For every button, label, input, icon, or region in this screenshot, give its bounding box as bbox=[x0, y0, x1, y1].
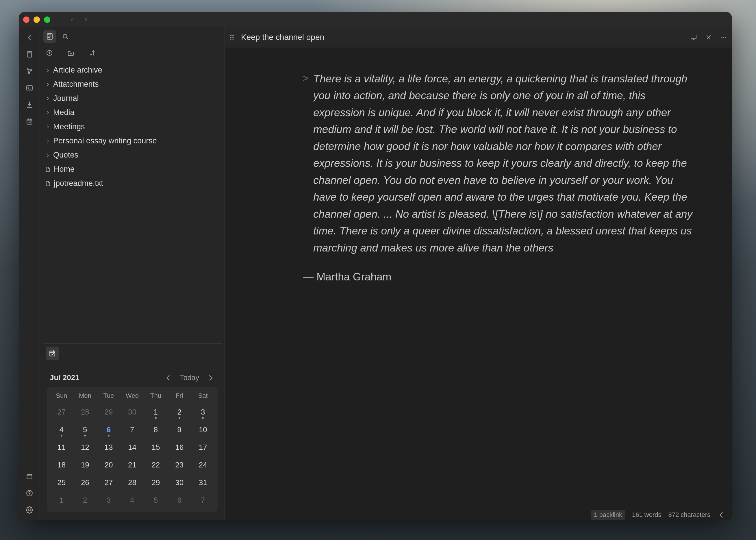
calendar-dow: Wed bbox=[120, 392, 144, 402]
calendar-pane-header bbox=[43, 343, 222, 363]
calendar-day[interactable]: 15 bbox=[144, 440, 168, 455]
calendar-month-label: Jul 2021 bbox=[50, 373, 79, 382]
calendar-day[interactable]: 30 bbox=[168, 475, 191, 490]
calendar-day[interactable]: 26 bbox=[73, 475, 97, 490]
folder-item[interactable]: Article archive bbox=[42, 63, 222, 77]
calendar-day[interactable]: 17 bbox=[191, 440, 215, 455]
file-item[interactable]: Home bbox=[42, 162, 222, 176]
folder-item[interactable]: Attatchments bbox=[42, 77, 222, 91]
note-title[interactable]: Keep the channel open bbox=[241, 33, 324, 42]
calendar-day[interactable]: 5 bbox=[73, 422, 97, 437]
quick-switcher-icon[interactable] bbox=[23, 48, 36, 61]
calendar-day[interactable]: 5 bbox=[144, 493, 168, 508]
more-options-icon[interactable] bbox=[718, 32, 729, 43]
calendar-dow: Fri bbox=[168, 392, 191, 402]
calendar-dow: Thu bbox=[144, 392, 168, 402]
calendar-day[interactable]: 19 bbox=[73, 458, 97, 472]
maximize-window-button[interactable] bbox=[44, 17, 50, 23]
templates-icon[interactable] bbox=[23, 98, 36, 111]
calendar-today-button[interactable]: Today bbox=[180, 373, 199, 382]
svg-point-25 bbox=[725, 37, 726, 38]
calendar-day[interactable]: 18 bbox=[50, 458, 73, 472]
settings-icon[interactable] bbox=[23, 503, 36, 516]
folder-item[interactable]: Personal essay writing course bbox=[42, 134, 222, 148]
calendar-day[interactable]: 2 bbox=[168, 405, 191, 419]
note-editor[interactable]: There is a vitality, a life force, an en… bbox=[225, 48, 732, 509]
calendar-day[interactable]: 3 bbox=[191, 405, 215, 419]
close-tab-icon[interactable] bbox=[703, 32, 714, 43]
calendar-day[interactable]: 8 bbox=[144, 422, 168, 437]
status-char-count: 872 characters bbox=[668, 511, 710, 519]
calendar-day[interactable]: 23 bbox=[168, 458, 191, 472]
calendar-day[interactable]: 4 bbox=[120, 493, 144, 508]
sort-button[interactable] bbox=[87, 48, 98, 59]
folder-item[interactable]: Quotes bbox=[42, 148, 222, 162]
calendar-day[interactable]: 28 bbox=[73, 405, 97, 419]
svg-point-24 bbox=[723, 37, 724, 38]
calendar-day[interactable]: 29 bbox=[97, 405, 120, 419]
calendar-day[interactable]: 3 bbox=[97, 493, 120, 508]
help-icon[interactable] bbox=[23, 487, 36, 499]
vault-icon[interactable] bbox=[23, 470, 36, 483]
daily-note-icon[interactable] bbox=[23, 115, 36, 128]
calendar-next-button[interactable] bbox=[207, 374, 215, 382]
calendar-day[interactable]: 7 bbox=[191, 493, 215, 508]
calendar-day[interactable]: 4 bbox=[50, 422, 73, 437]
history-forward-button[interactable] bbox=[81, 15, 91, 25]
calendar-dow: Tue bbox=[97, 392, 120, 402]
left-ribbon bbox=[19, 27, 40, 520]
calendar-day[interactable]: 21 bbox=[120, 458, 144, 472]
svg-rect-4 bbox=[27, 85, 32, 90]
command-palette-icon[interactable] bbox=[23, 81, 36, 94]
calendar-day[interactable]: 16 bbox=[168, 440, 191, 455]
preview-mode-icon[interactable] bbox=[689, 32, 699, 43]
file-item[interactable]: jpotreadme.txt bbox=[42, 176, 222, 191]
calendar-day[interactable]: 27 bbox=[50, 405, 73, 419]
calendar-day[interactable]: 1 bbox=[50, 493, 73, 508]
svg-point-13 bbox=[230, 35, 231, 36]
calendar-day[interactable]: 30 bbox=[120, 405, 144, 419]
calendar-day[interactable]: 11 bbox=[50, 440, 73, 455]
calendar-day[interactable]: 7 bbox=[120, 422, 144, 437]
folder-item[interactable]: Meetings bbox=[42, 120, 222, 134]
calendar-day[interactable]: 2 bbox=[73, 493, 97, 508]
calendar-day[interactable]: 6 bbox=[168, 493, 191, 508]
search-tab[interactable] bbox=[59, 30, 72, 43]
calendar-day[interactable]: 25 bbox=[50, 475, 73, 490]
calendar-day[interactable]: 29 bbox=[144, 475, 168, 490]
minimize-window-button[interactable] bbox=[34, 17, 40, 23]
calendar-day[interactable]: 14 bbox=[120, 440, 144, 455]
drag-handle-icon[interactable] bbox=[228, 33, 236, 42]
collapse-left-icon[interactable] bbox=[23, 31, 36, 44]
calendar-tab[interactable] bbox=[46, 346, 59, 360]
calendar-day[interactable]: 24 bbox=[191, 458, 215, 472]
quote-block: There is a vitality, a life force, an en… bbox=[303, 70, 697, 256]
calendar-day[interactable]: 20 bbox=[97, 458, 120, 472]
calendar-day[interactable]: 12 bbox=[73, 440, 97, 455]
graph-view-icon[interactable] bbox=[23, 65, 36, 77]
close-window-button[interactable] bbox=[23, 17, 30, 23]
calendar-day[interactable]: 28 bbox=[120, 475, 144, 490]
calendar-day[interactable]: 27 bbox=[97, 475, 120, 490]
calendar-day[interactable]: 31 bbox=[191, 475, 215, 490]
folder-item[interactable]: Media bbox=[42, 105, 222, 120]
collapse-right-icon[interactable] bbox=[717, 511, 725, 519]
calendar-day[interactable]: 22 bbox=[144, 458, 168, 472]
calendar-day[interactable]: 13 bbox=[97, 440, 120, 455]
calendar-prev-button[interactable] bbox=[164, 374, 172, 382]
new-note-button[interactable] bbox=[44, 48, 55, 59]
status-backlinks[interactable]: 1 backlink bbox=[591, 510, 625, 520]
calendar-day[interactable]: 10 bbox=[191, 422, 215, 437]
tree-item-label: Meetings bbox=[53, 122, 85, 131]
file-tree: Article archiveAttatchmentsJournalMediaM… bbox=[40, 63, 224, 196]
calendar-day[interactable]: 1 bbox=[144, 405, 168, 419]
calendar-day[interactable]: 9 bbox=[168, 422, 191, 437]
file-explorer-tab[interactable] bbox=[43, 30, 56, 43]
titlebar bbox=[19, 12, 732, 27]
new-folder-button[interactable] bbox=[65, 48, 76, 59]
tree-item-label: Home bbox=[54, 165, 74, 174]
history-back-button[interactable] bbox=[67, 15, 77, 25]
calendar-day[interactable]: 6 bbox=[97, 422, 120, 437]
folder-item[interactable]: Journal bbox=[42, 91, 222, 105]
calendar-dow: Sat bbox=[191, 392, 215, 402]
